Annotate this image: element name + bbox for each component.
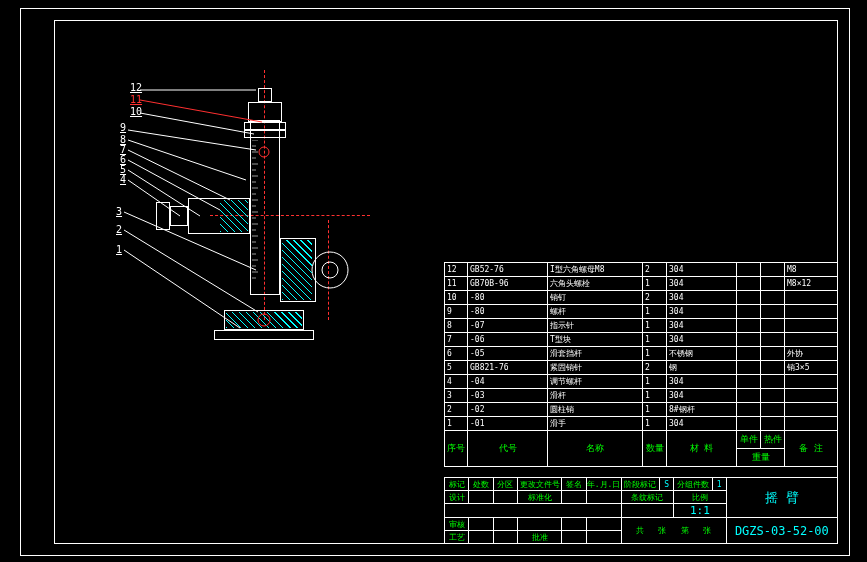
hdr-name: 名称 [548, 431, 643, 467]
bom-row: 4-04调节螺杆1304 [445, 375, 838, 389]
hdr-code: 代号 [468, 431, 548, 467]
hdr-wt: 重量 [737, 449, 785, 467]
bom-row: 8-07指示针1304 [445, 319, 838, 333]
bom-row: 10-80销钉2304 [445, 291, 838, 305]
bom-row: 1-01滑手1304 [445, 417, 838, 431]
svg-line-30 [140, 113, 254, 134]
leader-11: 11 [130, 94, 142, 105]
svg-line-37 [124, 212, 256, 270]
hdr-qty: 数量 [643, 431, 667, 467]
leader-3: 3 [116, 206, 122, 217]
svg-line-34 [128, 160, 220, 210]
tb-sheet: 张 [658, 526, 666, 535]
bom-row: 3-03滑杆1304 [445, 389, 838, 403]
tb-zone: 分区 [493, 478, 517, 491]
tb-S: S [659, 478, 673, 491]
hdr-rem: 备 注 [785, 431, 838, 467]
leader-9: 9 [120, 122, 126, 133]
tb-one: 1 [712, 478, 726, 491]
tb-stripe: 条纹标记 [621, 491, 674, 504]
hdr-mat: 材 料 [667, 431, 737, 467]
mechanical-drawing: 12 11 10 9 8 7 6 5 4 3 2 1 [150, 80, 430, 360]
tb-sign: 签名 [562, 478, 586, 491]
tb-date: 年.月.日 [586, 478, 621, 491]
tb-std: 标准化 [517, 491, 561, 504]
tb-places: 处数 [469, 478, 493, 491]
tb-row1: 标记 处数 分区 更改文件号 签名 年.月.日 阶段标记 S 分组件数 1 摇 … [445, 478, 838, 491]
bom-row: 11GB70B-96六角头螺栓1304M8×12 [445, 277, 838, 291]
svg-line-29 [140, 100, 262, 122]
tb-total-sheets-l: 共 [636, 526, 644, 535]
bom-row: 9-80螺杆1304 [445, 305, 838, 319]
tb-process: 工艺 [445, 531, 469, 544]
leader-12: 12 [130, 82, 142, 93]
tb-scale: 1:1 [674, 504, 727, 518]
tb-approve: 批准 [517, 531, 561, 544]
bom-row: 7-06T型块1304 [445, 333, 838, 347]
tb-dwgno: DGZS-03-52-00 [726, 518, 837, 544]
bom-row: 12GB52-76I型六角螺母M82304M8 [445, 263, 838, 277]
bom-header-row: 序号 代号 名称 数量 材 料 单件 热件 备 注 [445, 431, 838, 449]
tb-mark: 标记 [445, 478, 469, 491]
hdr-wt-single: 单件 [737, 431, 761, 449]
title-block: 标记 处数 分区 更改文件号 签名 年.月.日 阶段标记 S 分组件数 1 摇 … [444, 477, 838, 544]
bom-row: 6-05滑套挡杆1不锈钢外协 [445, 347, 838, 361]
tb-row4: 审核 共 张 第 张 DGZS-03-52-00 [445, 518, 838, 531]
tb-check: 审核 [445, 518, 469, 531]
leader-2: 2 [116, 224, 122, 235]
tb-scale-label: 比例 [674, 491, 727, 504]
svg-line-38 [124, 230, 258, 312]
tb-sheet2: 张 [703, 526, 711, 535]
leader-lines [30, 60, 430, 380]
cad-canvas: 12 11 10 9 8 7 6 5 4 3 2 1 12GB52-76I型六角… [0, 0, 867, 562]
tb-stage: 阶段标记 [621, 478, 659, 491]
bom-row: 2-02圆柱销18#钢杆 [445, 403, 838, 417]
tb-changeno: 更改文件号 [517, 478, 561, 491]
bom-row: 5GB821-76紧固销针2钢销3×5 [445, 361, 838, 375]
leader-4: 4 [120, 174, 126, 185]
leader-1: 1 [116, 244, 122, 255]
bom-table: 12GB52-76I型六角螺母M82304M811GB70B-96六角头螺栓13… [444, 262, 838, 467]
hdr-wt-total: 热件 [761, 431, 785, 449]
svg-line-39 [124, 250, 240, 328]
leader-10: 10 [130, 106, 142, 117]
tb-design: 设计 [445, 491, 469, 504]
tb-title: 摇 臂 [726, 478, 837, 518]
tb-group: 分组件数 [674, 478, 712, 491]
hdr-idx: 序号 [445, 431, 468, 467]
tb-sheet-no-l: 第 [681, 526, 689, 535]
